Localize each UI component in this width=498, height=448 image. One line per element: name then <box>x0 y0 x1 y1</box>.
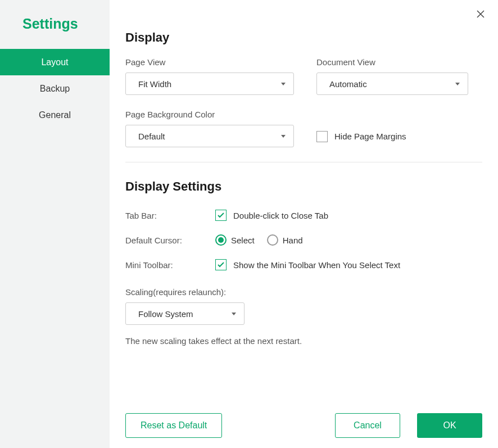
page-view-select[interactable]: Fit Width <box>125 73 294 95</box>
sidebar-item-general[interactable]: General <box>0 102 110 128</box>
bg-color-value: Default <box>138 132 165 141</box>
document-view-value: Automatic <box>329 79 367 89</box>
tab-bar-option: Double-click to Close Tab <box>233 211 328 220</box>
scaling-select[interactable]: Follow System <box>125 302 245 325</box>
divider <box>125 162 482 162</box>
tab-bar-checkbox[interactable] <box>215 210 227 221</box>
chevron-down-icon <box>281 135 286 138</box>
bg-color-select[interactable]: Default <box>125 125 294 147</box>
page-view-value: Fit Width <box>138 79 171 89</box>
reset-button[interactable]: Reset as Default <box>125 413 222 438</box>
display-heading: Display <box>125 30 482 45</box>
cursor-select-label: Select <box>231 236 255 245</box>
document-view-label: Document View <box>316 57 468 67</box>
close-icon[interactable] <box>477 10 485 20</box>
scaling-label: Scaling(requires relaunch): <box>125 287 482 297</box>
sidebar-item-layout[interactable]: Layout <box>0 49 110 75</box>
main-panel: Display Page View Fit Width Document Vie… <box>110 0 498 448</box>
default-cursor-label: Default Cursor: <box>125 236 215 245</box>
hide-margins-label: Hide Page Margins <box>334 132 406 141</box>
bg-color-label: Page Background Color <box>125 110 294 119</box>
cancel-button[interactable]: Cancel <box>335 413 400 438</box>
sidebar: Settings Layout Backup General <box>0 0 110 448</box>
cursor-hand-label: Hand <box>283 236 303 245</box>
tab-bar-label: Tab Bar: <box>125 211 215 220</box>
document-view-select[interactable]: Automatic <box>316 73 468 95</box>
chevron-down-icon <box>232 313 236 315</box>
page-view-label: Page View <box>125 57 294 67</box>
scaling-note: The new scaling takes effect at the next… <box>125 336 482 346</box>
hide-margins-checkbox[interactable] <box>316 131 328 142</box>
chevron-down-icon <box>455 83 460 85</box>
cursor-hand-radio[interactable] <box>267 234 278 246</box>
cursor-select-radio[interactable] <box>215 234 227 246</box>
ok-button[interactable]: OK <box>417 413 482 438</box>
sidebar-item-backup[interactable]: Backup <box>0 75 110 102</box>
display-settings-heading: Display Settings <box>125 179 482 194</box>
sidebar-title: Settings <box>0 0 110 49</box>
chevron-down-icon <box>281 83 286 85</box>
scaling-value: Follow System <box>138 309 193 319</box>
mini-toolbar-checkbox[interactable] <box>215 259 227 270</box>
mini-toolbar-option: Show the Mini Toolbar When You Select Te… <box>233 260 400 270</box>
mini-toolbar-label: Mini Toolbar: <box>125 260 215 270</box>
